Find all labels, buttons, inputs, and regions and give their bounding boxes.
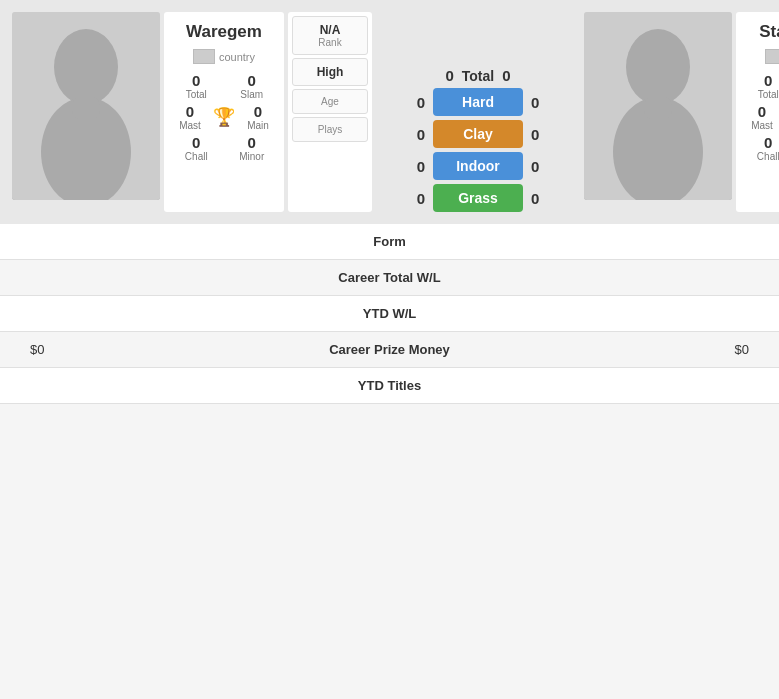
left-trophy-row: 0 Mast 🏆 0 Main <box>170 103 278 131</box>
grass-badge: Grass <box>433 184 523 212</box>
form-label: Form <box>373 234 406 249</box>
left-stat-mast: 0 Mast <box>170 103 210 131</box>
hard-badge: Hard <box>433 88 523 116</box>
right-detail-panel: Standard country 0 Total 0 Slam <box>736 12 779 212</box>
ytd-wl-row: YTD W/L <box>0 296 779 332</box>
left-flag-icon <box>193 49 215 64</box>
right-stat-total: 0 Total <box>742 72 779 100</box>
ytd-titles-row: YTD Titles <box>0 368 779 404</box>
right-player-name: Standard <box>759 18 779 46</box>
left-age-box: Age <box>292 89 368 114</box>
career-total-row: Career Total W/L <box>0 260 779 296</box>
left-stat-main: 0 Main <box>238 103 278 131</box>
ytd-titles-label: YTD Titles <box>358 378 421 393</box>
total-label: Total <box>462 68 494 84</box>
right-stat-chall: 0 Chall <box>742 134 779 162</box>
left-rank-box: N/A Rank <box>292 16 368 55</box>
left-prize-money: $0 <box>30 342 44 357</box>
comparison-section: Waregem country 0 Total 0 Slam <box>0 0 779 224</box>
grass-left-score: 0 <box>417 190 425 207</box>
right-flag-icon <box>765 49 779 64</box>
clay-row: 0 Clay 0 <box>417 120 540 148</box>
hard-right-score: 0 <box>531 94 539 111</box>
ytd-wl-label: YTD W/L <box>363 306 416 321</box>
left-trophy-icon: 🏆 <box>213 106 235 128</box>
grass-row: 0 Grass 0 <box>417 184 540 212</box>
left-total-score: 0 <box>445 67 453 84</box>
left-country-row: country <box>193 49 255 64</box>
right-stat-mast: 0 Mast <box>742 103 779 131</box>
left-player-photo <box>12 12 160 200</box>
right-country-row: country <box>765 49 779 64</box>
center-section: 0 Total 0 0 Hard 0 0 Clay 0 0 <box>378 12 578 212</box>
indoor-left-score: 0 <box>417 158 425 175</box>
right-player-photo <box>584 12 732 200</box>
clay-right-score: 0 <box>531 126 539 143</box>
right-stats-grid: 0 Total 0 Slam <box>742 72 779 100</box>
svg-point-1 <box>54 29 118 105</box>
prize-money-label: Career Prize Money <box>329 342 450 357</box>
indoor-right-score: 0 <box>531 158 539 175</box>
right-player-section: N/A Rank High Age Plays Standard coun <box>584 12 779 212</box>
left-stat-chall: 0 Chall <box>170 134 223 162</box>
form-row: Form <box>0 224 779 260</box>
indoor-badge: Indoor <box>433 152 523 180</box>
left-secondary-panel: N/A Rank High Age Plays <box>288 12 372 212</box>
left-player-section: Waregem country 0 Total 0 Slam <box>12 12 372 212</box>
svg-rect-3 <box>72 97 100 119</box>
right-trophy-row: 0 Mast 🏆 0 Main <box>742 103 779 131</box>
svg-point-5 <box>626 29 690 105</box>
hard-row: 0 Hard 0 <box>417 88 540 116</box>
indoor-row: 0 Indoor 0 <box>417 152 540 180</box>
left-player-name: Waregem <box>186 18 262 46</box>
left-country-text: country <box>219 51 255 63</box>
hard-left-score: 0 <box>417 94 425 111</box>
total-row: 0 Total 0 <box>445 67 510 84</box>
left-detail-panel: Waregem country 0 Total 0 Slam <box>164 12 284 212</box>
svg-rect-7 <box>644 97 672 119</box>
clay-badge: Clay <box>433 120 523 148</box>
grass-right-score: 0 <box>531 190 539 207</box>
left-chall-row: 0 Chall 0 Minor <box>170 134 278 162</box>
right-total-score: 0 <box>502 67 510 84</box>
prize-money-row: $0 Career Prize Money $0 <box>0 332 779 368</box>
left-stat-total: 0 Total <box>170 72 223 100</box>
left-plays-box: Plays <box>292 117 368 142</box>
left-stat-slam: 0 Slam <box>226 72 279 100</box>
right-chall-row: 0 Chall 0 Minor <box>742 134 779 162</box>
left-stat-minor: 0 Minor <box>226 134 279 162</box>
left-high-box: High <box>292 58 368 86</box>
right-prize-money: $0 <box>735 342 749 357</box>
career-total-label: Career Total W/L <box>338 270 440 285</box>
bottom-section: Form Career Total W/L YTD W/L $0 Career … <box>0 224 779 404</box>
clay-left-score: 0 <box>417 126 425 143</box>
left-stats-grid: 0 Total 0 Slam <box>170 72 278 100</box>
